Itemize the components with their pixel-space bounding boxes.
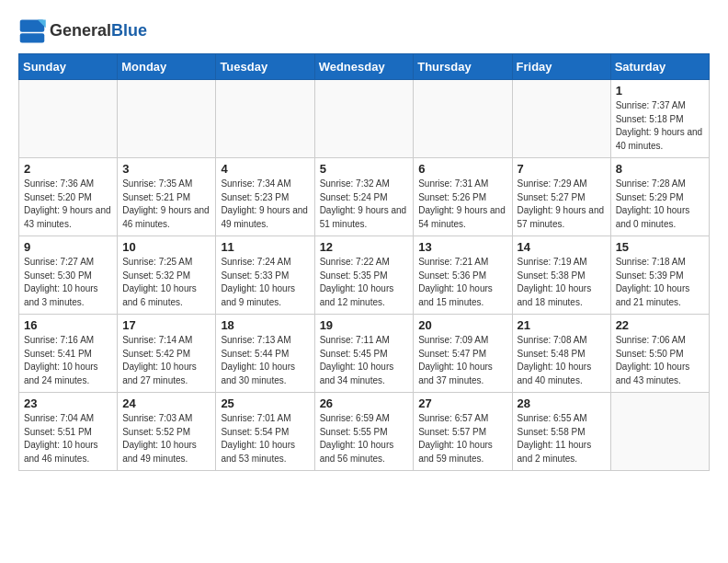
day-info: Sunrise: 7:11 AM Sunset: 5:45 PM Dayligh… xyxy=(320,334,409,387)
calendar-table: SundayMondayTuesdayWednesdayThursdayFrid… xyxy=(18,53,710,471)
calendar-cell: 1Sunrise: 7:37 AM Sunset: 5:18 PM Daylig… xyxy=(610,80,709,158)
day-number: 22 xyxy=(616,318,704,332)
col-header-thursday: Thursday xyxy=(414,54,512,80)
calendar-cell: 14Sunrise: 7:19 AM Sunset: 5:38 PM Dayli… xyxy=(512,236,610,315)
day-info: Sunrise: 7:01 AM Sunset: 5:54 PM Dayligh… xyxy=(221,412,309,465)
day-info: Sunrise: 7:18 AM Sunset: 5:39 PM Dayligh… xyxy=(616,256,704,309)
day-number: 18 xyxy=(221,318,309,332)
calendar-week-row: 16Sunrise: 7:16 AM Sunset: 5:41 PM Dayli… xyxy=(19,315,710,393)
calendar-cell: 5Sunrise: 7:32 AM Sunset: 5:24 PM Daylig… xyxy=(314,158,414,236)
day-number: 7 xyxy=(518,162,606,176)
calendar-cell: 2Sunrise: 7:36 AM Sunset: 5:20 PM Daylig… xyxy=(19,158,118,236)
day-number: 14 xyxy=(518,240,606,254)
calendar-cell: 24Sunrise: 7:03 AM Sunset: 5:52 PM Dayli… xyxy=(118,393,216,471)
day-info: Sunrise: 7:21 AM Sunset: 5:36 PM Dayligh… xyxy=(418,256,506,309)
calendar-cell: 18Sunrise: 7:13 AM Sunset: 5:44 PM Dayli… xyxy=(216,315,314,393)
calendar-header-row: SundayMondayTuesdayWednesdayThursdayFrid… xyxy=(19,54,710,80)
day-info: Sunrise: 7:04 AM Sunset: 5:51 PM Dayligh… xyxy=(24,412,112,465)
day-number: 1 xyxy=(616,84,704,98)
day-number: 8 xyxy=(616,162,704,176)
calendar-week-row: 2Sunrise: 7:36 AM Sunset: 5:20 PM Daylig… xyxy=(19,158,710,236)
day-number: 16 xyxy=(24,318,112,332)
day-info: Sunrise: 7:36 AM Sunset: 5:20 PM Dayligh… xyxy=(24,178,112,231)
day-number: 6 xyxy=(418,162,506,176)
day-number: 12 xyxy=(320,240,409,254)
svg-rect-1 xyxy=(20,33,45,42)
calendar-cell: 6Sunrise: 7:31 AM Sunset: 5:26 PM Daylig… xyxy=(414,158,512,236)
calendar-cell xyxy=(314,80,414,158)
calendar-cell: 7Sunrise: 7:29 AM Sunset: 5:27 PM Daylig… xyxy=(512,158,610,236)
day-number: 9 xyxy=(24,240,112,254)
calendar-cell: 15Sunrise: 7:18 AM Sunset: 5:39 PM Dayli… xyxy=(610,236,709,315)
day-number: 13 xyxy=(418,240,506,254)
day-info: Sunrise: 7:29 AM Sunset: 5:27 PM Dayligh… xyxy=(518,178,606,231)
day-info: Sunrise: 7:06 AM Sunset: 5:50 PM Dayligh… xyxy=(616,334,704,387)
day-info: Sunrise: 7:24 AM Sunset: 5:33 PM Dayligh… xyxy=(221,256,309,309)
day-info: Sunrise: 7:13 AM Sunset: 5:44 PM Dayligh… xyxy=(221,334,309,387)
day-number: 26 xyxy=(320,396,409,410)
logo-text: GeneralBlue xyxy=(50,22,147,40)
calendar-cell: 20Sunrise: 7:09 AM Sunset: 5:47 PM Dayli… xyxy=(414,315,512,393)
col-header-monday: Monday xyxy=(118,54,216,80)
day-number: 11 xyxy=(221,240,309,254)
day-info: Sunrise: 6:57 AM Sunset: 5:57 PM Dayligh… xyxy=(418,412,506,465)
day-info: Sunrise: 7:28 AM Sunset: 5:29 PM Dayligh… xyxy=(616,178,704,231)
day-number: 15 xyxy=(616,240,704,254)
day-number: 23 xyxy=(24,396,112,410)
calendar-cell: 16Sunrise: 7:16 AM Sunset: 5:41 PM Dayli… xyxy=(19,315,118,393)
day-info: Sunrise: 7:14 AM Sunset: 5:42 PM Dayligh… xyxy=(122,334,210,387)
day-info: Sunrise: 7:19 AM Sunset: 5:38 PM Dayligh… xyxy=(518,256,606,309)
day-number: 20 xyxy=(418,318,506,332)
day-info: Sunrise: 7:16 AM Sunset: 5:41 PM Dayligh… xyxy=(24,334,112,387)
calendar-cell: 8Sunrise: 7:28 AM Sunset: 5:29 PM Daylig… xyxy=(610,158,709,236)
day-number: 17 xyxy=(122,318,210,332)
day-number: 10 xyxy=(122,240,210,254)
calendar-cell: 23Sunrise: 7:04 AM Sunset: 5:51 PM Dayli… xyxy=(19,393,118,471)
calendar-cell: 22Sunrise: 7:06 AM Sunset: 5:50 PM Dayli… xyxy=(610,315,709,393)
day-info: Sunrise: 7:08 AM Sunset: 5:48 PM Dayligh… xyxy=(518,334,606,387)
calendar-cell xyxy=(610,393,709,471)
day-info: Sunrise: 7:31 AM Sunset: 5:26 PM Dayligh… xyxy=(418,178,506,231)
calendar-cell: 25Sunrise: 7:01 AM Sunset: 5:54 PM Dayli… xyxy=(216,393,314,471)
calendar-cell: 21Sunrise: 7:08 AM Sunset: 5:48 PM Dayli… xyxy=(512,315,610,393)
calendar-cell: 9Sunrise: 7:27 AM Sunset: 5:30 PM Daylig… xyxy=(19,236,118,315)
day-number: 25 xyxy=(221,396,309,410)
day-number: 5 xyxy=(320,162,409,176)
calendar-cell xyxy=(216,80,314,158)
day-info: Sunrise: 7:37 AM Sunset: 5:18 PM Dayligh… xyxy=(616,99,704,153)
col-header-tuesday: Tuesday xyxy=(216,54,314,80)
day-info: Sunrise: 7:27 AM Sunset: 5:30 PM Dayligh… xyxy=(24,256,112,309)
calendar-cell xyxy=(118,80,216,158)
day-info: Sunrise: 7:32 AM Sunset: 5:24 PM Dayligh… xyxy=(320,178,409,231)
day-info: Sunrise: 7:22 AM Sunset: 5:35 PM Dayligh… xyxy=(320,256,409,309)
day-number: 2 xyxy=(24,162,112,176)
calendar-cell: 4Sunrise: 7:34 AM Sunset: 5:23 PM Daylig… xyxy=(216,158,314,236)
calendar-cell: 19Sunrise: 7:11 AM Sunset: 5:45 PM Dayli… xyxy=(314,315,414,393)
day-number: 19 xyxy=(320,318,409,332)
calendar-week-row: 1Sunrise: 7:37 AM Sunset: 5:18 PM Daylig… xyxy=(19,80,710,158)
day-number: 3 xyxy=(122,162,210,176)
calendar-cell xyxy=(19,80,118,158)
calendar-cell: 17Sunrise: 7:14 AM Sunset: 5:42 PM Dayli… xyxy=(118,315,216,393)
day-info: Sunrise: 7:03 AM Sunset: 5:52 PM Dayligh… xyxy=(122,412,210,465)
calendar-cell xyxy=(512,80,610,158)
logo: GeneralBlue xyxy=(18,18,147,44)
calendar-cell: 10Sunrise: 7:25 AM Sunset: 5:32 PM Dayli… xyxy=(118,236,216,315)
page-header: GeneralBlue xyxy=(18,18,710,44)
day-info: Sunrise: 6:59 AM Sunset: 5:55 PM Dayligh… xyxy=(320,412,409,465)
day-info: Sunrise: 7:09 AM Sunset: 5:47 PM Dayligh… xyxy=(418,334,506,387)
calendar-cell xyxy=(414,80,512,158)
calendar-cell: 11Sunrise: 7:24 AM Sunset: 5:33 PM Dayli… xyxy=(216,236,314,315)
day-number: 24 xyxy=(122,396,210,410)
day-number: 21 xyxy=(518,318,606,332)
day-info: Sunrise: 7:35 AM Sunset: 5:21 PM Dayligh… xyxy=(122,178,210,231)
day-info: Sunrise: 7:25 AM Sunset: 5:32 PM Dayligh… xyxy=(122,256,210,309)
day-info: Sunrise: 6:55 AM Sunset: 5:58 PM Dayligh… xyxy=(518,412,606,465)
calendar-cell: 26Sunrise: 6:59 AM Sunset: 5:55 PM Dayli… xyxy=(314,393,414,471)
day-number: 28 xyxy=(518,396,606,410)
calendar-cell: 12Sunrise: 7:22 AM Sunset: 5:35 PM Dayli… xyxy=(314,236,414,315)
col-header-saturday: Saturday xyxy=(610,54,709,80)
day-number: 4 xyxy=(221,162,309,176)
day-info: Sunrise: 7:34 AM Sunset: 5:23 PM Dayligh… xyxy=(221,178,309,231)
calendar-cell: 27Sunrise: 6:57 AM Sunset: 5:57 PM Dayli… xyxy=(414,393,512,471)
